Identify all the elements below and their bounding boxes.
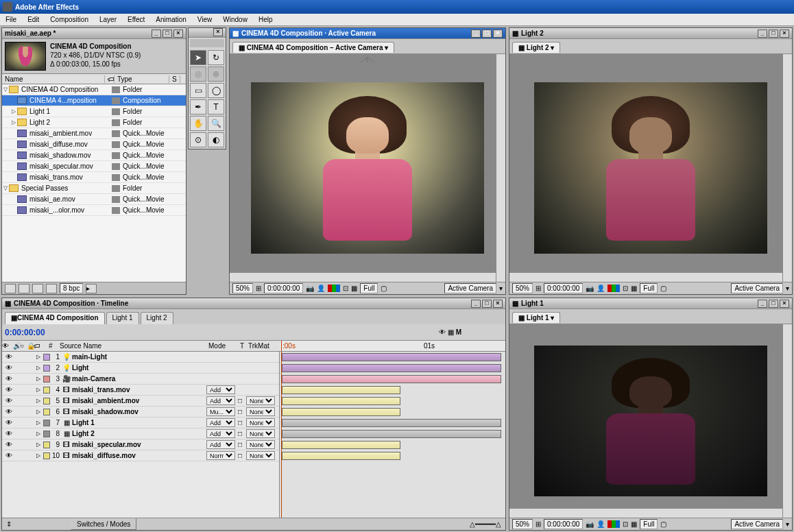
project-item[interactable]: misaki_...olor.movQuick...Movie xyxy=(2,205,186,216)
col-name[interactable]: Name xyxy=(2,75,105,83)
menu-edit[interactable]: Edit xyxy=(22,16,45,23)
label-swatch[interactable] xyxy=(112,141,120,148)
timeline-layer-row[interactable]: 👁▷4🎞misaki_trans.movAdd xyxy=(2,385,279,396)
timeline-tab-0[interactable]: ▦CINEMA 4D Composition xyxy=(5,312,105,324)
col-extra[interactable]: S xyxy=(169,75,180,83)
hand-tool[interactable]: ✋ xyxy=(190,116,206,131)
col-speaker[interactable]: 🔊 xyxy=(13,342,20,350)
close-button[interactable]: × xyxy=(213,28,223,36)
roi-button[interactable]: ▢ xyxy=(660,520,666,528)
timeline-layer-row[interactable]: 👁▷10🎞misaki_diffuse.movNormal□None xyxy=(2,450,279,461)
trkmat-select[interactable]: None xyxy=(246,440,275,449)
viewer-main-titlebar[interactable]: ▦CINEMA 4D Composition · Active Camera _… xyxy=(230,28,505,39)
view-options-button[interactable]: ▾ xyxy=(786,285,789,292)
visibility-toggle[interactable]: 👁 xyxy=(3,364,14,372)
label-swatch[interactable] xyxy=(112,108,120,115)
expand-toggle[interactable]: ▷ xyxy=(35,398,42,404)
extra-button[interactable]: ▸ xyxy=(86,284,97,293)
col-type[interactable]: Type xyxy=(115,75,169,83)
col-trkmat[interactable]: TrkMat xyxy=(248,342,280,350)
project-titlebar[interactable]: misaki_ae.aep * _ □ × xyxy=(2,28,186,39)
mode-select[interactable]: Normal xyxy=(206,451,235,460)
switches-modes-button[interactable]: Switches / Modes xyxy=(71,518,136,530)
layer-bar[interactable] xyxy=(282,397,400,405)
menu-animation[interactable]: Animation xyxy=(150,16,191,23)
zoom-field[interactable]: 50% xyxy=(512,519,533,529)
menu-help[interactable]: Help xyxy=(253,16,278,23)
label-swatch[interactable] xyxy=(112,174,120,181)
col-t[interactable]: T xyxy=(240,342,248,350)
project-tree[interactable]: ▽CINEMA 4D CompositionFolderCINEMA 4...m… xyxy=(2,84,186,282)
visibility-toggle[interactable]: 👁 xyxy=(3,419,14,426)
channels-button[interactable]: 👤 xyxy=(597,520,605,528)
playhead[interactable] xyxy=(281,341,282,351)
maximize-button[interactable]: □ xyxy=(769,29,778,38)
viewer-light1-content[interactable] xyxy=(509,324,792,518)
viewer-light1-titlebar[interactable]: ▦Light 1 _□× xyxy=(509,298,792,309)
layer-color[interactable] xyxy=(43,376,50,383)
maximize-button[interactable]: □ xyxy=(482,29,492,38)
layer-bar[interactable] xyxy=(282,430,501,438)
snapshot-button[interactable]: 📷 xyxy=(306,285,314,292)
label-swatch[interactable] xyxy=(112,86,120,93)
extra-tool[interactable]: ◐ xyxy=(208,132,224,147)
tools-titlebar[interactable]: × xyxy=(189,28,226,38)
layer-color[interactable] xyxy=(43,365,50,372)
timeline-layer-row[interactable]: 👁▷3🎥main-Camera xyxy=(2,374,279,385)
region-button[interactable]: ⊡ xyxy=(623,285,628,292)
timeline-layer-row[interactable]: 👁▷1💡main-Light xyxy=(2,352,279,363)
scrollbar-vertical[interactable] xyxy=(782,324,792,518)
expand-button[interactable]: ⇕ xyxy=(2,520,16,528)
layer-color[interactable] xyxy=(43,452,50,459)
layer-bar[interactable] xyxy=(282,441,400,449)
menu-composition[interactable]: Composition xyxy=(45,16,94,23)
close-button[interactable]: × xyxy=(493,300,503,308)
layer-bar[interactable] xyxy=(282,408,400,416)
minimize-button[interactable]: _ xyxy=(471,300,481,308)
project-item[interactable]: misaki_ae.movQuick...Movie xyxy=(2,194,186,205)
layer-bar[interactable] xyxy=(282,419,501,427)
maximize-button[interactable]: □ xyxy=(482,300,492,308)
project-item[interactable]: ▷Light 2Folder xyxy=(2,117,186,128)
project-item[interactable]: misaki_diffuse.movQuick...Movie xyxy=(2,139,186,150)
rgb-icon[interactable] xyxy=(607,520,620,528)
visibility-toggle[interactable]: 👁 xyxy=(3,441,14,448)
roi-button[interactable]: ▢ xyxy=(660,285,666,292)
camera-tool[interactable]: ◎ xyxy=(190,66,206,82)
mode-select[interactable]: Add xyxy=(206,440,235,449)
timeline-layer-row[interactable]: 👁▷6🎞misaki_shadow.movMu...ly□None xyxy=(2,407,279,418)
view-options-button[interactable]: ▾ xyxy=(786,520,789,528)
channels-button[interactable]: 👤 xyxy=(317,285,325,292)
scrollbar-horizontal[interactable] xyxy=(509,508,782,518)
expand-toggle[interactable]: ▷ xyxy=(35,409,42,415)
camera-field[interactable]: Active Camera xyxy=(731,283,783,293)
col-label[interactable]: 🏷 xyxy=(34,342,49,350)
layer-color[interactable] xyxy=(43,409,50,415)
timeline-titlebar[interactable]: ▦CINEMA 4D Composition · Timeline _□× xyxy=(2,298,505,309)
col-lock[interactable]: 🔒 xyxy=(27,342,34,350)
project-item[interactable]: misaki_shadow.movQuick...Movie xyxy=(2,150,186,161)
viewer-light2-content[interactable] xyxy=(509,54,792,282)
minimize-button[interactable]: _ xyxy=(152,29,161,38)
menu-layer[interactable]: Layer xyxy=(94,16,122,23)
mode-select[interactable]: Add xyxy=(206,385,235,394)
label-swatch[interactable] xyxy=(112,163,120,170)
axis-tool[interactable]: ⊕ xyxy=(208,66,224,82)
project-item[interactable]: CINEMA 4...mpositionComposition xyxy=(2,95,186,106)
layer-color[interactable] xyxy=(43,431,50,437)
visibility-toggle[interactable]: 👁 xyxy=(3,375,14,383)
trkmat-select[interactable]: None xyxy=(246,418,275,427)
zoom-tool[interactable]: 🔍 xyxy=(208,116,224,131)
layer-color[interactable] xyxy=(43,420,50,426)
col-mode[interactable]: Mode xyxy=(208,342,240,350)
type-tool[interactable]: T xyxy=(208,99,224,114)
minimize-button[interactable]: _ xyxy=(471,29,481,38)
expand-toggle[interactable]: ▷ xyxy=(35,354,42,360)
zoom-field[interactable]: 50% xyxy=(232,283,253,293)
expand-toggle[interactable]: ▷ xyxy=(35,376,42,382)
motion-blur-button[interactable]: M xyxy=(456,328,461,336)
project-item[interactable]: misaki_specular.movQuick...Movie xyxy=(2,161,186,172)
snapshot-button[interactable]: 📷 xyxy=(586,520,594,528)
region-button[interactable]: ⊡ xyxy=(343,285,348,292)
visibility-toggle[interactable]: 👁 xyxy=(3,353,14,361)
